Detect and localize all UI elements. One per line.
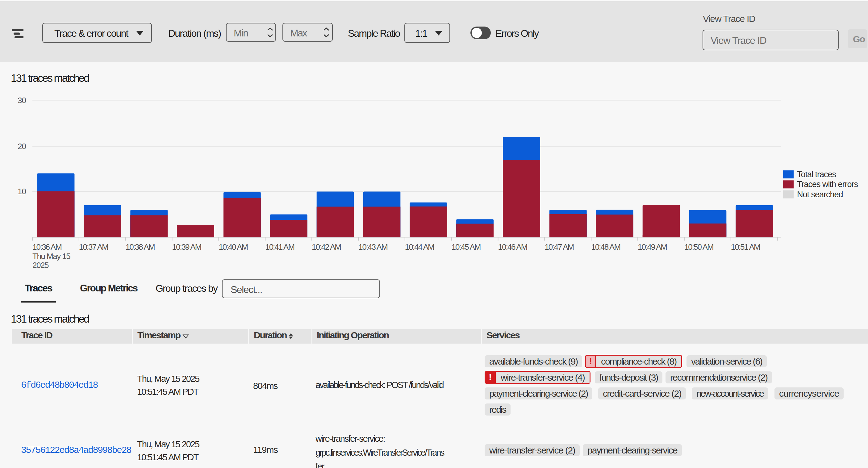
svg-text:10:38 AM: 10:38 AM	[126, 242, 155, 252]
svg-text:10:43 AM: 10:43 AM	[359, 242, 388, 252]
svg-text:10:42 AM: 10:42 AM	[312, 242, 341, 252]
svg-text:10:45 AM: 10:45 AM	[452, 242, 480, 252]
svg-text:20: 20	[18, 142, 26, 151]
svg-text:Not searched: Not searched	[797, 190, 843, 199]
svg-text:10: 10	[18, 187, 26, 196]
svg-text:10:39 AM: 10:39 AM	[172, 242, 201, 252]
svg-text:10:36 AM: 10:36 AM	[32, 242, 61, 252]
svg-text:10:49 AM: 10:49 AM	[638, 242, 667, 252]
svg-text:10:46 AM: 10:46 AM	[498, 242, 527, 252]
svg-text:10:50 AM: 10:50 AM	[684, 242, 713, 252]
svg-text:Thu May 15: Thu May 15	[32, 252, 70, 261]
svg-text:30: 30	[18, 96, 26, 105]
svg-text:10:51 AM: 10:51 AM	[731, 242, 760, 252]
svg-text:10:48 AM: 10:48 AM	[591, 242, 620, 252]
svg-text:2025: 2025	[32, 260, 49, 270]
svg-text:10:41 AM: 10:41 AM	[265, 242, 294, 252]
svg-text:Traces with errors: Traces with errors	[797, 180, 858, 189]
svg-text:10:44 AM: 10:44 AM	[405, 242, 434, 252]
svg-text:10:40 AM: 10:40 AM	[219, 242, 248, 252]
svg-text:10:47 AM: 10:47 AM	[545, 242, 574, 252]
svg-text:Total traces: Total traces	[797, 170, 836, 179]
svg-text:10:37 AM: 10:37 AM	[79, 242, 108, 252]
